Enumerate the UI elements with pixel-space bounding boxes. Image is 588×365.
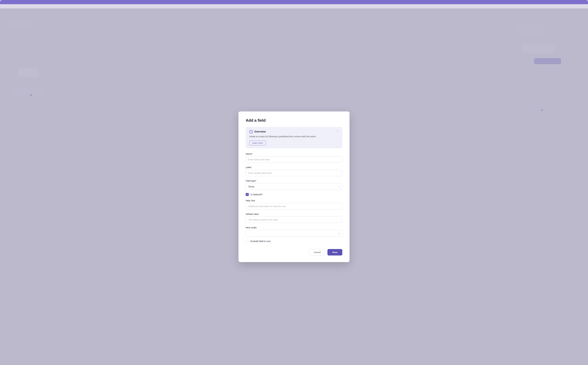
- name-label: Name*: [246, 153, 342, 155]
- help-text-label: Help Text: [246, 199, 342, 202]
- exclude-field-label: Exclude field in runs: [251, 240, 271, 242]
- background-canvas: Add a field i Overview ⌃ Initiate an emp…: [0, 4, 588, 365]
- default-value-field-group: Default value: [246, 213, 342, 223]
- exclude-field-checkbox[interactable]: [246, 240, 249, 243]
- top-bar: [0, 0, 588, 4]
- checkmark-icon: ✓: [247, 193, 248, 196]
- is-optional-row[interactable]: ✓ Is Optional?: [246, 193, 342, 196]
- save-button[interactable]: Save: [327, 249, 342, 255]
- overview-title: Overview: [254, 130, 266, 133]
- label-label: Label: [246, 166, 342, 168]
- nest-under-select[interactable]: [246, 230, 342, 236]
- modal-footer: Cancel Save: [246, 246, 342, 255]
- cancel-button[interactable]: Cancel: [309, 249, 325, 255]
- nest-under-field-group: Nest under ⌄: [246, 226, 342, 236]
- default-value-label: Default value: [246, 213, 342, 215]
- field-type-select-wrapper: String Number Boolean Date Object Array …: [246, 183, 342, 190]
- overview-section: i Overview ⌃ Initiate an empty list foll…: [246, 127, 342, 148]
- info-icon: i: [249, 130, 253, 133]
- learn-more-button[interactable]: Learn more: [249, 140, 266, 145]
- modal-dialog: Add a field i Overview ⌃ Initiate an emp…: [239, 112, 349, 262]
- label-field-group: Label: [246, 166, 342, 176]
- name-input[interactable]: [246, 156, 342, 163]
- exclude-field-row[interactable]: Exclude field in runs: [246, 240, 342, 243]
- nest-under-select-wrapper: ⌄: [246, 230, 342, 236]
- overview-description: Initiate an empty list following a prede…: [249, 135, 339, 138]
- modal-title: Add a field: [246, 118, 342, 123]
- field-type-label: Field type*: [246, 180, 342, 182]
- overview-title-row: i Overview: [249, 130, 266, 133]
- name-field-group: Name*: [246, 153, 342, 163]
- help-text-field-group: Help Text: [246, 199, 342, 210]
- field-type-group: Field type* String Number Boolean Date O…: [246, 180, 342, 190]
- help-text-input[interactable]: [246, 203, 342, 210]
- default-value-input[interactable]: [246, 217, 342, 223]
- field-type-select[interactable]: String Number Boolean Date Object Array: [246, 183, 342, 190]
- is-optional-checkbox[interactable]: ✓: [246, 193, 249, 196]
- is-optional-label: Is Optional?: [251, 193, 262, 196]
- nest-under-label: Nest under: [246, 226, 342, 229]
- label-input[interactable]: [246, 170, 342, 176]
- chevron-up-icon[interactable]: ⌃: [336, 130, 339, 133]
- modal-backdrop: Add a field i Overview ⌃ Initiate an emp…: [0, 8, 588, 365]
- overview-header: i Overview ⌃: [249, 130, 339, 133]
